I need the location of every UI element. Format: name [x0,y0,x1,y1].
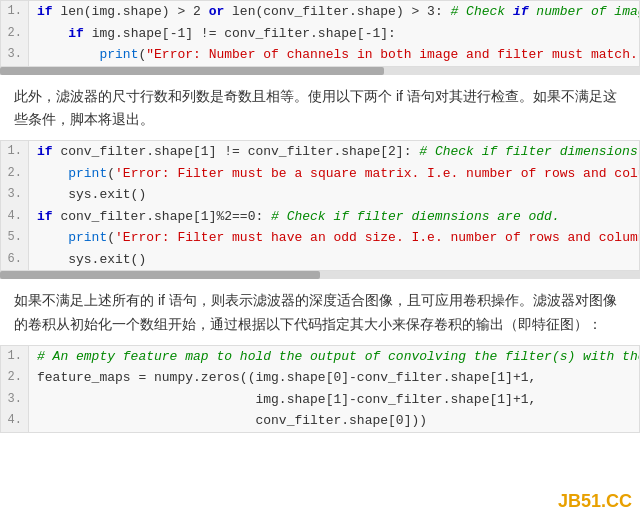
code-line: 6. sys.exit() [1,249,640,271]
code-line: 1. if conv_filter.shape[1] != conv_filte… [1,141,640,163]
main-container[interactable]: 1. if len(img.shape) > 2 or len(conv_fil… [0,0,640,520]
paragraph-1: 此外，滤波器的尺寸行数和列数是奇数且相等。使用以下两个 if 语句对其进行检查。… [0,75,640,141]
scrollbar-2[interactable] [0,271,640,279]
code-line: 5. print('Error: Filter must have an odd… [1,227,640,249]
code-line: 2. if img.shape[-1] != conv_filter.shape… [1,23,640,45]
paragraph-2: 如果不满足上述所有的 if 语句，则表示滤波器的深度适合图像，且可应用卷积操作。… [0,279,640,345]
code-line: 3. sys.exit() [1,184,640,206]
scrollbar-thumb-2[interactable] [0,271,320,279]
code-block-3: 1. # An empty feature map to hold the ou… [0,345,640,433]
code-line: 1. # An empty feature map to hold the ou… [1,346,640,368]
code-line: 2. print('Error: Filter must be a square… [1,163,640,185]
code-line: 3. img.shape[1]-conv_filter.shape[1]+1, [1,389,640,411]
code-line: 4. conv_filter.shape[0])) [1,410,640,432]
code-line: 2. feature_maps = numpy.zeros((img.shape… [1,367,640,389]
code-block-1: 1. if len(img.shape) > 2 or len(conv_fil… [0,0,640,67]
code-line: 4. if conv_filter.shape[1]%2==0: # Check… [1,206,640,228]
scrollbar-thumb-1[interactable] [0,67,384,75]
code-line: 1. if len(img.shape) > 2 or len(conv_fil… [1,1,640,23]
scrollbar-1[interactable] [0,67,640,75]
code-block-2: 1. if conv_filter.shape[1] != conv_filte… [0,140,640,271]
watermark: JB51.CC [558,491,632,512]
code-line: 3. print("Error: Number of channels in b… [1,44,640,66]
